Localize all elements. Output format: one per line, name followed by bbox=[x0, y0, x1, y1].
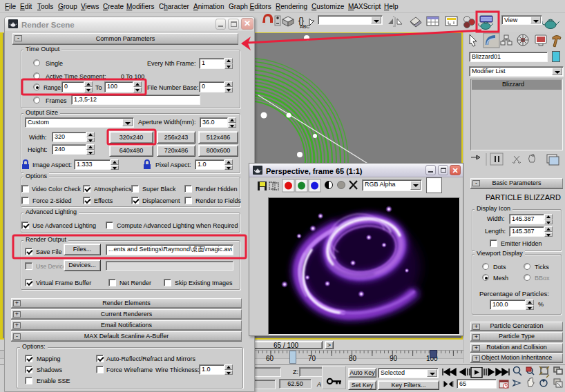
svg-text:ABC: ABC bbox=[300, 24, 309, 29]
